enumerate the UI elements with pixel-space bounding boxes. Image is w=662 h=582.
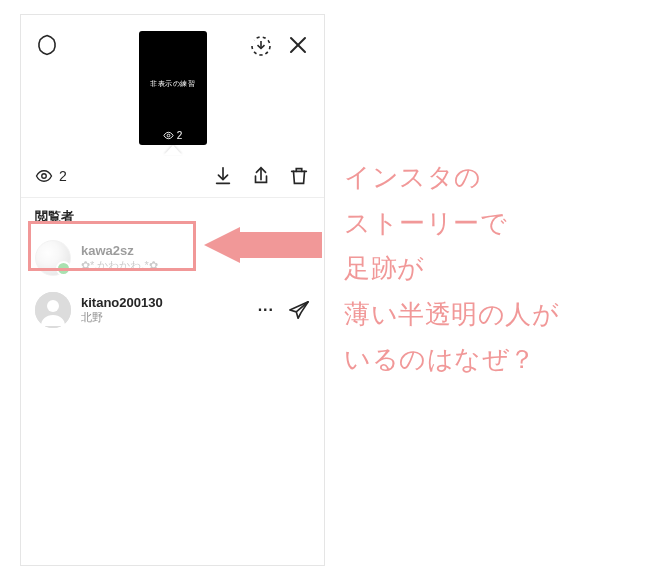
avatar[interactable] <box>35 292 71 328</box>
online-indicator <box>56 261 71 276</box>
svg-marker-0 <box>39 36 55 55</box>
caption-line: 足跡が <box>344 253 425 283</box>
thumbnail-pointer <box>164 145 182 155</box>
story-thumbnail[interactable]: 非表示の練習 2 <box>139 31 207 145</box>
viewer-display-name: ✿*.かわかわ.*✿ <box>81 259 310 273</box>
annotation-caption: インスタの ストーリーで 足跡が 薄い半透明の人が いるのはなぜ？ <box>344 155 644 383</box>
svg-point-3 <box>167 134 170 137</box>
story-thumbnail-views: 2 <box>139 130 207 141</box>
phone-screen: 非表示の練習 2 2 <box>20 14 325 566</box>
caption-line: インスタの <box>344 162 482 192</box>
save-story-icon[interactable] <box>248 33 274 59</box>
close-icon[interactable] <box>284 31 312 59</box>
story-thumbnail-title: 非表示の練習 <box>139 79 207 89</box>
send-message-icon[interactable] <box>288 299 310 321</box>
viewers-section-title: 閲覧者 <box>21 198 324 232</box>
caption-line: 薄い半透明の人が <box>344 299 559 329</box>
avatar[interactable] <box>35 240 71 276</box>
settings-icon[interactable] <box>35 33 59 57</box>
svg-point-6 <box>47 300 59 312</box>
caption-line: いるのはなぜ？ <box>344 344 536 374</box>
viewer-username: kitano200130 <box>81 295 248 311</box>
svg-point-4 <box>42 174 47 179</box>
story-action-bar: 2 <box>21 155 324 198</box>
viewer-count-number: 2 <box>59 168 67 184</box>
viewer-row[interactable]: kitano200130 北野 ··· <box>21 284 324 336</box>
trash-icon[interactable] <box>288 165 310 187</box>
viewer-count[interactable]: 2 <box>35 167 67 185</box>
story-header: 非表示の練習 2 <box>21 15 324 145</box>
viewer-display-name: 北野 <box>81 311 248 325</box>
caption-line: ストーリーで <box>344 208 507 238</box>
download-icon[interactable] <box>212 165 234 187</box>
more-options-icon[interactable]: ··· <box>258 301 274 319</box>
share-icon[interactable] <box>250 165 272 187</box>
